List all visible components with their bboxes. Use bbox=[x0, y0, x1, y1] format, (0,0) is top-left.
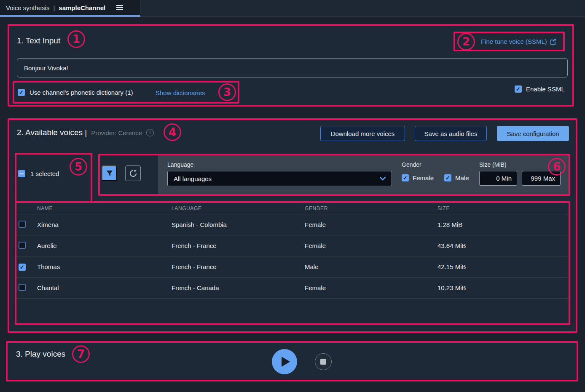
section3-title: 3. Play voices bbox=[16, 349, 65, 359]
info-icon[interactable]: i bbox=[146, 129, 154, 136]
voice-language: French - Canada bbox=[172, 284, 305, 291]
save-configuration-button[interactable]: Save configuration bbox=[497, 126, 569, 141]
stop-icon bbox=[320, 359, 326, 365]
external-link-icon bbox=[550, 38, 556, 45]
voice-gender: Female bbox=[305, 284, 437, 291]
table-row-chantal[interactable]: Chantal French - Canada Female 10.23 MiB bbox=[16, 277, 569, 299]
row-checkbox[interactable] bbox=[19, 284, 26, 291]
voice-name: Chantal bbox=[37, 284, 172, 291]
size-filter-label: Size (MiB) bbox=[479, 161, 507, 168]
section2-title: 2. Available voices | bbox=[17, 128, 87, 137]
size-max-input[interactable]: 999 Max bbox=[522, 171, 561, 186]
table-row-thomas[interactable]: ✓ Thomas French - France Male 42.15 MiB bbox=[16, 256, 569, 277]
voice-name: Ximena bbox=[37, 221, 172, 228]
section1-title: 1. Text Input bbox=[17, 36, 60, 45]
fine-tune-link[interactable]: Fine tune voice (SSML) bbox=[481, 38, 556, 45]
channel-name: sampleChannel bbox=[59, 4, 105, 11]
refresh-button[interactable] bbox=[125, 165, 141, 181]
enable-ssml-label: Enable SSML bbox=[526, 85, 565, 93]
column-header-name[interactable]: NAME bbox=[37, 205, 172, 211]
channel-tab[interactable]: Voice synthesis | sampleChannel bbox=[0, 0, 140, 17]
row-checkbox[interactable] bbox=[19, 221, 26, 228]
row-checkbox[interactable]: ✓ bbox=[19, 264, 26, 271]
save-as-audio-files-button[interactable]: Save as audio files bbox=[415, 126, 487, 141]
play-button[interactable] bbox=[272, 349, 297, 374]
language-select[interactable]: All languages bbox=[167, 171, 392, 186]
show-dictionaries-link[interactable]: Show dictionaries bbox=[156, 89, 205, 96]
voice-name: Thomas bbox=[37, 263, 172, 270]
phonetic-dictionary-label: Use channel's phonetic dictionary (1) bbox=[30, 89, 133, 96]
table-row-aurelie[interactable]: Aurelie French - France Female 43.64 MiB bbox=[16, 235, 569, 256]
filter-funnel-icon bbox=[106, 170, 113, 177]
voice-language: French - France bbox=[172, 242, 305, 249]
filter-button[interactable] bbox=[102, 165, 117, 181]
refresh-icon bbox=[129, 170, 137, 177]
female-checkbox[interactable]: ✓ bbox=[402, 174, 409, 181]
top-bar: Voice synthesis | sampleChannel bbox=[0, 0, 585, 17]
stop-button[interactable] bbox=[315, 353, 332, 370]
voice-gender: Female bbox=[305, 221, 437, 228]
male-checkbox[interactable]: ✓ bbox=[444, 174, 451, 181]
male-label: Male bbox=[455, 174, 469, 181]
download-more-voices-button[interactable]: Download more voices bbox=[320, 126, 405, 141]
fine-tune-link-label: Fine tune voice (SSML) bbox=[481, 38, 547, 45]
phonetic-dictionary-checkbox[interactable]: ✓ bbox=[18, 89, 25, 96]
app-title: Voice synthesis bbox=[6, 4, 49, 11]
chevron-down-icon bbox=[380, 177, 386, 181]
voice-gender: Male bbox=[305, 263, 437, 270]
top-bar-spacer bbox=[140, 0, 585, 17]
title-separator: | bbox=[53, 4, 55, 11]
voice-size: 42.15 MiB bbox=[437, 263, 569, 270]
column-header-language[interactable]: LANGUAGE bbox=[172, 205, 305, 211]
selection-status: 1 selected bbox=[30, 170, 59, 177]
size-min-input[interactable]: 0 Min bbox=[479, 171, 517, 186]
column-header-size[interactable]: SIZE bbox=[437, 205, 569, 211]
speech-text-input[interactable] bbox=[17, 58, 568, 77]
voice-language: French - France bbox=[172, 263, 305, 270]
row-checkbox[interactable] bbox=[19, 242, 26, 249]
voice-gender: Female bbox=[305, 242, 437, 249]
voice-size: 43.64 MiB bbox=[437, 242, 569, 249]
select-all-checkbox[interactable] bbox=[18, 170, 25, 177]
gender-filter-label: Gender bbox=[402, 161, 421, 168]
voice-size: 10.23 MiB bbox=[437, 284, 569, 291]
table-row-ximena[interactable]: Ximena Spanish - Colombia Female 1.28 Mi… bbox=[16, 214, 569, 235]
female-label: Female bbox=[413, 174, 434, 181]
provider-label: Provider: Cerence bbox=[91, 129, 142, 136]
voice-size: 1.28 MiB bbox=[437, 221, 569, 228]
voices-table-header: NAME LANGUAGE GENDER SIZE bbox=[16, 203, 569, 214]
column-header-gender[interactable]: GENDER bbox=[305, 205, 437, 211]
language-filter-label: Language bbox=[167, 161, 193, 168]
enable-ssml-checkbox[interactable]: ✓ bbox=[515, 85, 522, 93]
play-icon bbox=[282, 357, 290, 367]
language-select-value: All languages bbox=[174, 175, 212, 182]
voice-name: Aurelie bbox=[37, 242, 172, 249]
voices-table: NAME LANGUAGE GENDER SIZE Ximena Spanish… bbox=[16, 203, 569, 299]
hamburger-menu-icon[interactable] bbox=[116, 5, 123, 10]
voice-language: Spanish - Colombia bbox=[172, 221, 305, 228]
